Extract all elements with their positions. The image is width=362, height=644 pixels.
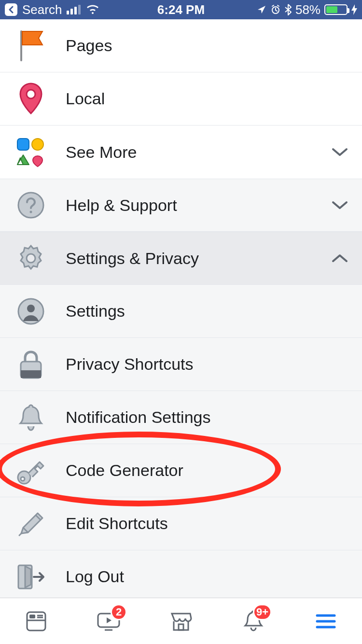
location-icon	[257, 5, 266, 14]
chevron-up-icon	[331, 253, 348, 263]
menu-item-privacy-shortcuts[interactable]: Privacy Shortcuts	[0, 338, 362, 391]
menu-item-label: Notification Settings	[66, 408, 348, 427]
tab-marketplace[interactable]	[167, 607, 195, 636]
menu-item-label: Log Out	[66, 567, 348, 586]
logout-icon	[14, 562, 48, 591]
pencil-icon	[14, 509, 48, 538]
lock-icon	[14, 349, 48, 380]
wifi-icon	[85, 4, 100, 15]
tab-menu[interactable]	[311, 607, 340, 636]
menu-item-label: Settings	[66, 302, 348, 321]
tab-notifications[interactable]: 9+	[239, 607, 268, 636]
back-to-app-button[interactable]	[5, 3, 17, 16]
tab-notifications-badge: 9+	[253, 604, 272, 620]
map-pin-icon	[14, 82, 48, 116]
svg-point-2	[27, 90, 35, 98]
bell-icon	[14, 402, 48, 433]
menu-item-local[interactable]: Local	[0, 72, 362, 126]
menu-item-log-out[interactable]: Log Out	[0, 550, 362, 603]
svg-rect-17	[29, 615, 35, 618]
bluetooth-icon	[285, 4, 292, 15]
menu-item-pages[interactable]: Pages	[0, 19, 362, 72]
tab-bar: 2 9+	[0, 598, 362, 644]
menu-item-edit-shortcuts[interactable]: Edit Shortcuts	[0, 497, 362, 550]
menu-item-label: Privacy Shortcuts	[66, 355, 348, 374]
svg-point-7	[27, 254, 35, 263]
person-circle-icon	[14, 297, 48, 326]
battery-icon	[324, 4, 348, 15]
flag-icon	[14, 28, 48, 63]
svg-rect-11	[21, 370, 41, 378]
menu-item-see-more[interactable]: See More	[0, 126, 362, 179]
svg-rect-3	[17, 139, 29, 150]
battery-pct-label: 58%	[295, 2, 320, 17]
tab-feed[interactable]	[22, 607, 51, 636]
question-circle-icon	[14, 191, 48, 220]
svg-rect-22	[179, 624, 183, 630]
menu-item-help-support[interactable]: Help & Support	[0, 179, 362, 232]
chevron-down-icon	[331, 147, 348, 157]
status-time: 6:24 PM	[122, 2, 239, 17]
alarm-icon	[270, 4, 281, 15]
menu-item-label: See More	[66, 143, 331, 162]
menu-item-label: Settings & Privacy	[66, 249, 331, 268]
svg-point-4	[32, 139, 43, 150]
key-icon	[14, 455, 48, 486]
menu-item-code-generator[interactable]: Code Generator	[0, 444, 362, 497]
tab-video[interactable]: 2	[94, 607, 123, 636]
tab-video-badge: 2	[111, 604, 127, 620]
menu-item-label: Local	[66, 89, 348, 108]
back-to-app-label[interactable]: Search	[22, 2, 62, 17]
cellular-signal-icon	[67, 5, 81, 14]
menu-item-notification-settings[interactable]: Notification Settings	[0, 391, 362, 444]
status-bar: Search 6:24 PM 58%	[0, 0, 362, 19]
gear-icon	[14, 244, 48, 273]
svg-point-6	[30, 211, 32, 213]
menu-item-settings-privacy[interactable]: Settings & Privacy	[0, 232, 362, 285]
menu-item-settings[interactable]: Settings	[0, 285, 362, 338]
charging-icon	[351, 4, 357, 15]
menu-item-label: Pages	[66, 36, 348, 55]
menu-item-label: Help & Support	[66, 196, 331, 215]
menu-item-label: Edit Shortcuts	[66, 514, 348, 533]
svg-point-13	[21, 477, 25, 481]
svg-point-5	[18, 193, 43, 218]
shapes-icon	[14, 137, 48, 168]
chevron-down-icon	[331, 200, 348, 210]
menu-item-label: Code Generator	[66, 461, 348, 480]
svg-point-9	[27, 305, 35, 312]
